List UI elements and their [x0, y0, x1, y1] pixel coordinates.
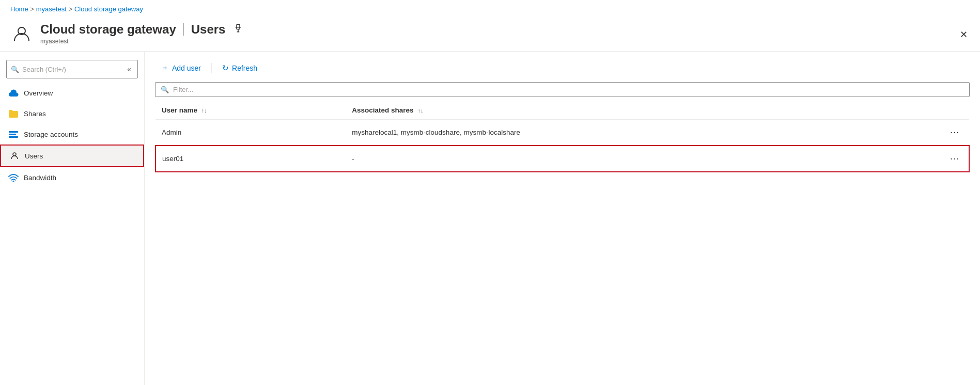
refresh-label: Refresh	[232, 64, 257, 72]
sidebar-item-shares[interactable]: Shares	[0, 103, 144, 124]
sidebar-label-storage-accounts: Storage accounts	[24, 131, 78, 138]
sidebar-label-bandwidth: Bandwidth	[24, 174, 56, 182]
row-menu-admin[interactable]: ···	[947, 126, 962, 139]
header-text-block: Cloud storage gateway Users myasetest	[40, 22, 243, 45]
col-username-label: User name	[162, 106, 197, 114]
cell-shares-user01: -	[346, 146, 941, 172]
cell-shares-admin: mysharelocal1, mysmb-cloudshare, mysmb-l…	[346, 120, 941, 146]
breadcrumb-sep-1: >	[30, 6, 34, 13]
cloud-icon	[8, 88, 19, 98]
col-shares-label: Associated shares	[352, 106, 413, 114]
breadcrumb-sep-2: >	[69, 6, 72, 13]
table-header: User name ↑↓ Associated shares ↑↓	[155, 101, 969, 120]
header-title-divider	[183, 23, 184, 36]
main-layout: 🔍 « Overview Shares	[0, 52, 980, 385]
storage-icon	[8, 129, 19, 139]
sidebar-item-bandwidth[interactable]: Bandwidth	[0, 167, 144, 188]
user-icon	[9, 151, 20, 161]
add-user-label: Add user	[172, 64, 201, 72]
breadcrumb: Home > myasetest > Cloud storage gateway	[0, 0, 980, 18]
cell-username-admin: Admin	[155, 120, 346, 146]
col-associated-shares: Associated shares ↑↓	[346, 101, 941, 120]
sidebar-item-overview[interactable]: Overview	[0, 83, 144, 103]
svg-point-2	[13, 153, 16, 156]
add-user-button[interactable]: ＋ Add user	[155, 60, 207, 76]
search-bar[interactable]: 🔍 «	[6, 60, 138, 78]
header-subtitle: myasetest	[40, 38, 243, 45]
table-row: user01 - ···	[155, 146, 969, 172]
breadcrumb-cloud-storage-gateway[interactable]: Cloud storage gateway	[74, 5, 143, 13]
sidebar-item-users[interactable]: Users	[0, 145, 144, 167]
toolbar-divider	[211, 63, 212, 73]
page-header: Cloud storage gateway Users myasetest ✕	[0, 18, 980, 52]
breadcrumb-home[interactable]: Home	[10, 5, 28, 13]
add-icon: ＋	[161, 63, 169, 73]
cell-actions-admin: ···	[941, 120, 969, 146]
filter-icon: 🔍	[161, 86, 169, 93]
close-button[interactable]: ✕	[958, 27, 970, 42]
col-actions	[941, 101, 969, 120]
sidebar-item-storage-accounts[interactable]: Storage accounts	[0, 124, 144, 145]
col-username: User name ↑↓	[155, 101, 346, 120]
filter-input[interactable]	[173, 86, 964, 93]
sidebar-label-users: Users	[25, 152, 43, 160]
header-title: Cloud storage gateway Users	[40, 22, 243, 37]
sidebar: 🔍 « Overview Shares	[0, 52, 145, 385]
table-body: Admin mysharelocal1, mysmb-cloudshare, m…	[155, 120, 969, 172]
sidebar-label-overview: Overview	[24, 89, 53, 97]
col-shares-sort-icon[interactable]: ↑↓	[417, 107, 423, 114]
page-header-icon	[10, 22, 33, 45]
pin-icon[interactable]	[234, 24, 243, 36]
wifi-icon	[8, 172, 19, 183]
cell-username-user01: user01	[155, 146, 346, 172]
collapse-button[interactable]: «	[125, 63, 133, 75]
cell-actions-user01: ···	[941, 146, 969, 172]
row-menu-user01[interactable]: ···	[947, 152, 962, 165]
folder-icon	[8, 108, 19, 119]
breadcrumb-myasetest[interactable]: myasetest	[36, 5, 67, 13]
filter-bar[interactable]: 🔍	[155, 82, 970, 97]
svg-point-3	[13, 181, 14, 182]
header-title-section: Users	[191, 22, 226, 37]
users-table: User name ↑↓ Associated shares ↑↓ Admin …	[155, 101, 970, 172]
search-input[interactable]	[22, 66, 122, 73]
content-area: ＋ Add user ↻ Refresh 🔍 User name ↑↓	[145, 52, 980, 385]
refresh-button[interactable]: ↻ Refresh	[216, 60, 263, 76]
col-username-sort-icon[interactable]: ↑↓	[201, 107, 207, 114]
refresh-icon: ↻	[222, 63, 229, 73]
header-title-main: Cloud storage gateway	[40, 22, 176, 37]
search-icon: 🔍	[11, 66, 19, 73]
table-row: Admin mysharelocal1, mysmb-cloudshare, m…	[155, 120, 969, 146]
sidebar-label-shares: Shares	[24, 110, 46, 118]
toolbar: ＋ Add user ↻ Refresh	[155, 60, 970, 76]
